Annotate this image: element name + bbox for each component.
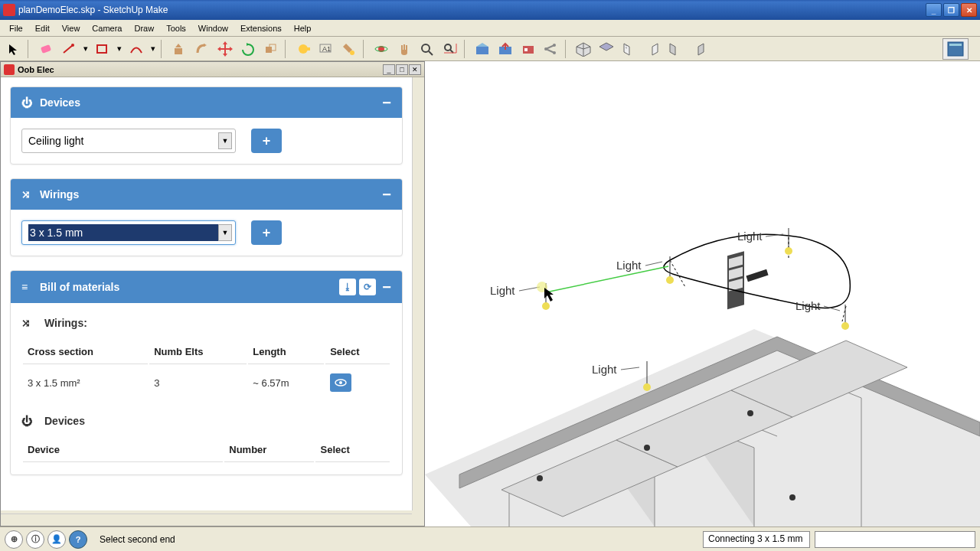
close-button[interactable]: ✕ (961, 3, 977, 17)
panel-hscrollbar[interactable] (1, 514, 412, 526)
left-view-icon[interactable] (688, 38, 709, 60)
svg-point-20 (553, 44, 556, 47)
light-label: Light (592, 363, 617, 376)
menu-edit[interactable]: Edit (29, 22, 56, 34)
chevron-down-icon[interactable]: ▼ (218, 132, 232, 149)
svg-point-46 (841, 322, 849, 330)
paint-tool-icon[interactable] (338, 38, 360, 60)
eraser-tool-icon[interactable] (35, 38, 57, 60)
menu-view[interactable]: View (56, 22, 87, 34)
add-device-button[interactable]: + (251, 129, 282, 153)
light-label: Light (795, 299, 821, 312)
panel-title: Oob Elec (18, 65, 382, 74)
line-dropdown-icon[interactable]: ▾ (81, 38, 90, 60)
panel-close-button[interactable]: ✕ (409, 64, 421, 75)
light-label: Light (737, 230, 763, 243)
select-tool-icon[interactable] (3, 38, 24, 60)
device-select[interactable]: Ceiling light ▼ (21, 129, 236, 153)
add-wiring-button[interactable]: + (251, 220, 282, 245)
col-cross-section: Cross section (23, 340, 148, 364)
status-hint: Select second end (100, 534, 698, 545)
menu-camera[interactable]: Camera (86, 22, 128, 34)
main-area: Oob Elec _ □ ✕ ⏻ Devices − Ceiling light… (0, 61, 980, 527)
warehouse-icon[interactable] (472, 38, 493, 60)
scale-tool-icon[interactable] (260, 38, 282, 60)
svg-point-1 (71, 44, 74, 47)
wirings-header[interactable]: ⤮ Wirings − (11, 179, 402, 210)
layout-icon[interactable] (942, 38, 969, 60)
share-icon[interactable] (541, 38, 562, 60)
wirings-title: Wirings (40, 188, 376, 201)
minimize-button[interactable]: _ (926, 3, 942, 17)
help-icon[interactable]: ? (69, 530, 87, 549)
arc-dropdown-icon[interactable]: ▾ (149, 38, 158, 60)
bom-refresh-button[interactable]: ⟳ (359, 279, 376, 295)
oob-elec-panel: Oob Elec _ □ ✕ ⏻ Devices − Ceiling light… (0, 61, 425, 527)
svg-rect-0 (41, 44, 51, 54)
zoomextents-tool-icon[interactable] (439, 38, 461, 60)
chevron-down-icon[interactable]: ▼ (218, 224, 232, 241)
geo-icon[interactable]: ⊕ (5, 530, 23, 549)
bom-card: ≡ Bill of materials ⭳ ⟳ − ⤮ Wirings: Cro… (10, 270, 403, 475)
svg-point-27 (644, 445, 650, 451)
orbit-tool-icon[interactable] (371, 38, 392, 60)
panel-minimize-button[interactable]: _ (383, 64, 395, 75)
menu-extensions[interactable]: Extensions (234, 22, 288, 34)
text-tool-icon[interactable]: A1 (315, 38, 337, 60)
menu-window[interactable]: Window (192, 22, 234, 34)
warehouse-share-icon[interactable] (495, 38, 516, 60)
wiring-select[interactable]: 3 x 1.5 mm ▼ (21, 220, 236, 245)
devices-header[interactable]: ⏻ Devices − (11, 87, 402, 118)
bom-devices-table: Device Number Select (21, 436, 391, 464)
3d-viewport[interactable]: Light Light Light Light Light (425, 61, 980, 527)
menu-tools[interactable]: Tools (160, 22, 192, 34)
menu-file[interactable]: File (3, 22, 29, 34)
maximize-button[interactable]: ❐ (943, 3, 959, 17)
arc-tool-icon[interactable] (126, 38, 147, 60)
rotate-tool-icon[interactable] (237, 38, 259, 60)
followme-tool-icon[interactable] (191, 38, 213, 60)
cell-cross-section: 3 x 1.5 mm² (23, 366, 148, 399)
back-view-icon[interactable] (665, 38, 686, 60)
shuffle-icon: ⤮ (21, 317, 37, 329)
pan-tool-icon[interactable] (394, 38, 415, 60)
extension-warehouse-icon[interactable] (518, 38, 539, 60)
iso-view-icon[interactable] (573, 38, 594, 60)
top-view-icon[interactable] (596, 38, 617, 60)
right-view-icon[interactable] (642, 38, 663, 60)
bom-header[interactable]: ≡ Bill of materials ⭳ ⟳ − (11, 271, 402, 303)
shape-dropdown-icon[interactable]: ▾ (115, 38, 124, 60)
bom-devices-label: Devices (44, 415, 85, 427)
credits-icon[interactable]: ⓘ (26, 530, 44, 549)
col-numb-elts: Numb Elts (149, 340, 247, 364)
svg-point-37 (542, 302, 550, 310)
bom-collapse-button[interactable]: − (382, 279, 391, 295)
line-tool-icon[interactable] (58, 38, 80, 60)
select-wiring-button[interactable] (330, 373, 351, 392)
light-label: Light (616, 259, 642, 272)
panel-titlebar[interactable]: Oob Elec _ □ ✕ (1, 62, 424, 77)
bom-title: Bill of materials (40, 281, 336, 293)
menu-help[interactable]: Help (288, 22, 318, 34)
col-device: Device (23, 438, 223, 462)
svg-rect-15 (476, 47, 488, 54)
status-value-input[interactable] (815, 531, 975, 548)
tape-tool-icon[interactable] (292, 38, 314, 60)
panel-maximize-button[interactable]: □ (396, 64, 408, 75)
device-select-value: Ceiling light (28, 135, 218, 147)
devices-collapse-button[interactable]: − (382, 95, 391, 110)
bom-download-button[interactable]: ⭳ (339, 279, 356, 295)
shape-tool-icon[interactable] (92, 38, 113, 60)
front-view-icon[interactable] (619, 38, 640, 60)
menu-draw[interactable]: Draw (128, 22, 160, 34)
pushpull-tool-icon[interactable] (168, 38, 190, 60)
menu-bar: File Edit View Camera Draw Tools Window … (0, 20, 980, 37)
zoom-tool-icon[interactable] (416, 38, 438, 60)
col-select: Select (325, 340, 390, 364)
col-number: Number (224, 438, 314, 462)
wirings-collapse-button[interactable]: − (382, 187, 391, 202)
panel-vscrollbar[interactable] (412, 77, 424, 510)
move-tool-icon[interactable] (214, 38, 236, 60)
bom-devices-section: ⏻ Devices (21, 415, 391, 427)
user-icon[interactable]: 👤 (47, 530, 66, 549)
